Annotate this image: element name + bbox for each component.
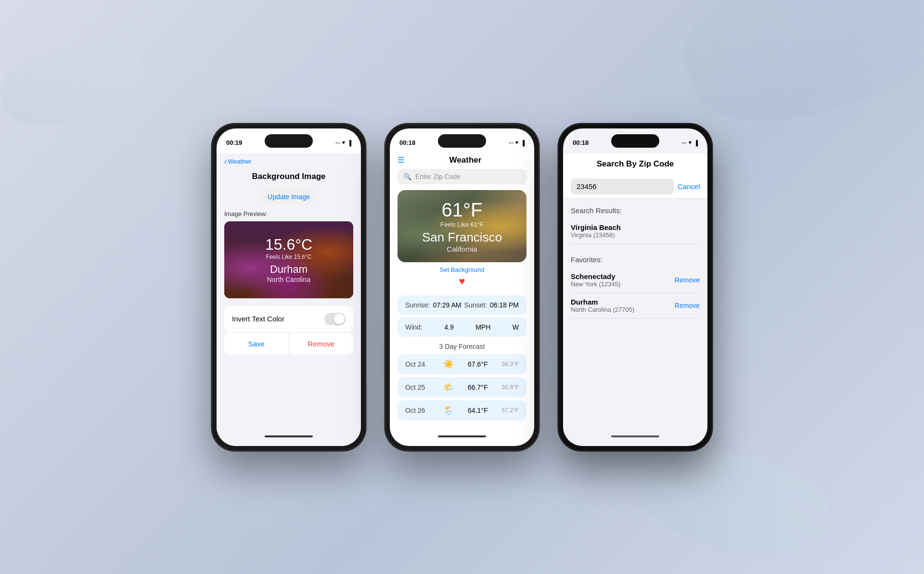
image-preview-label: Image Preview: <box>224 204 353 221</box>
update-image-button[interactable]: Update Image <box>260 189 318 204</box>
search-results-section: Search Results: Virginia Beach Virginia … <box>563 199 707 248</box>
remove-fav-2[interactable]: Remove <box>675 302 700 309</box>
wifi-icon-3: ▾ <box>689 140 692 146</box>
remove-button[interactable]: Remove <box>289 333 354 355</box>
home-indicator-1 <box>265 435 313 437</box>
preview-feels: Feels Like 15.6°C <box>266 254 312 260</box>
phone3-screen: 00:18 ··· ▾ ▐ Search By Zip Code Cancel … <box>563 128 707 446</box>
sunrise-value: 07:29 AM <box>433 301 461 309</box>
favorite-item-2: Durham North Carolina (27705) Remove <box>571 293 700 319</box>
back-label: Weather <box>228 158 251 165</box>
preview-temp: 15.6°C <box>265 236 312 254</box>
heart-icon[interactable]: ♥ <box>390 275 534 292</box>
search-placeholder-2: Enter Zip Code <box>415 173 461 180</box>
hero-state: California <box>447 245 477 253</box>
forecast-row-2: Oct 25 🌤️ 66.7°F 56.8°F <box>398 377 526 397</box>
result-state: Virginia (23456) <box>571 231 700 239</box>
status-icons-1: ··· ▾ ▐ <box>335 140 351 146</box>
hero-temp: 61°F <box>442 199 483 221</box>
page-title-1: Background Image <box>224 172 353 181</box>
home-indicator-2 <box>438 435 486 437</box>
wind-card: Wind: 4.9 MPH W <box>398 318 526 337</box>
sunrise-sunset-card: Sunrise: 07:29 AM Sunset: 06:18 PM <box>398 295 526 315</box>
hero-overlay: 61°F Feels Like 61°F San Francisco Calif… <box>398 190 526 262</box>
forecast-high-1: 67.6°F <box>468 360 488 368</box>
phone-background-image: 00:19 ··· ▾ ▐ ‹ Weather Background <box>212 124 366 451</box>
wind-dir: W <box>513 323 519 331</box>
battery-icon-3: ▐ <box>694 140 698 146</box>
set-background-link[interactable]: Set Background <box>390 262 534 275</box>
result-city: Virginia Beach <box>571 223 700 231</box>
battery-icon-2: ▐ <box>521 140 525 146</box>
phone1-content: ‹ Weather Background Image Update Image … <box>217 153 361 446</box>
preview-overlay: 15.6°C Feels Like 15.6°C Durham North Ca… <box>224 221 353 298</box>
forecast-icon-3: 🌦️ <box>443 405 454 416</box>
wind-unit: MPH <box>475 323 490 331</box>
forecast-row-1: Oct 24 ☀️ 67.6°F 58.3°F <box>398 354 526 374</box>
nav-title-bar-1: Background Image <box>217 170 361 185</box>
search-icon-2: 🔍 <box>403 173 411 180</box>
wind-value: 4.9 <box>444 323 453 331</box>
dynamic-island-3 <box>611 134 659 148</box>
forecast-date-2: Oct 25 <box>405 383 429 391</box>
forecast-icon-1: ☀️ <box>443 359 454 370</box>
forecast-row-3: Oct 26 🌦️ 64.1°F 57.2°F <box>398 400 526 421</box>
search-page-title: Search By Zip Code <box>563 153 707 175</box>
battery-icon-1: ▐ <box>347 140 351 146</box>
favorite-item-1: Schenectady New York (12345) Remove <box>571 268 700 293</box>
forecast-low-2: 56.8°F <box>502 384 519 391</box>
sunset-value: 06:18 PM <box>490 301 519 309</box>
remove-fav-1[interactable]: Remove <box>675 276 700 284</box>
fav-info-1: Schenectady New York (12345) <box>571 272 620 288</box>
back-nav: ‹ Weather <box>217 153 361 170</box>
status-time-3: 00:18 <box>573 139 589 146</box>
hero-city: San Francisco <box>422 230 502 245</box>
dynamic-island-1 <box>265 134 313 148</box>
forecast-low-1: 58.3°F <box>502 361 519 368</box>
forecast-icon-2: 🌤️ <box>443 382 454 393</box>
favorites-label: Favorites: <box>571 255 700 264</box>
dynamic-island-2 <box>438 134 486 148</box>
status-icons-3: ··· ▾ ▐ <box>682 140 698 146</box>
sunset-label: Sunset: <box>464 301 487 309</box>
status-time-2: 00:18 <box>399 139 415 146</box>
fav-info-2: Durham North Carolina (27705) <box>571 298 634 313</box>
zip-input[interactable] <box>571 179 674 194</box>
phone1-screen: 00:19 ··· ▾ ▐ ‹ Weather Background <box>217 128 361 446</box>
menu-icon-2[interactable]: ☰ <box>398 155 404 165</box>
forecast-high-3: 64.1°F <box>468 407 488 414</box>
forecast-date-1: Oct 24 <box>405 360 429 368</box>
back-button[interactable]: ‹ Weather <box>224 157 251 166</box>
status-icons-2: ··· ▾ ▐ <box>509 140 525 146</box>
weather-search-bar[interactable]: 🔍 Enter Zip Code <box>398 169 526 184</box>
forecast-title: 3 Day Forecast <box>398 343 526 350</box>
forecast-section: 3 Day Forecast Oct 24 ☀️ 67.6°F 58.3°F O… <box>398 343 526 421</box>
invert-toggle[interactable] <box>324 313 346 325</box>
save-button[interactable]: Save <box>224 333 289 355</box>
fav-city-2: Durham <box>571 298 634 306</box>
signal-icon-3: ··· <box>682 140 686 146</box>
image-preview-box: 15.6°C Feels Like 15.6°C Durham North Ca… <box>224 221 353 298</box>
signal-icon-2: ··· <box>509 140 513 146</box>
phones-container: 00:19 ··· ▾ ▐ ‹ Weather Background <box>212 124 712 451</box>
preview-city: Durham <box>270 263 308 276</box>
search-result-item[interactable]: Virginia Beach Virginia (23456) <box>571 218 700 244</box>
weather-title: Weather <box>404 155 526 165</box>
phone-search: 00:18 ··· ▾ ▐ Search By Zip Code Cancel … <box>558 124 712 451</box>
weather-nav: ☰ Weather <box>390 153 534 169</box>
phone-weather-main: 00:18 ··· ▾ ▐ ☰ Weather 🔍 Enter Zip Code <box>385 124 539 451</box>
wind-label: Wind: <box>405 323 423 331</box>
preview-state: North Carolina <box>267 276 310 283</box>
wifi-icon-1: ▾ <box>342 140 345 146</box>
hero-feels: Feels Like 61°F <box>440 221 484 228</box>
cancel-button[interactable]: Cancel <box>678 182 700 191</box>
back-chevron-icon: ‹ <box>224 157 227 166</box>
fav-city-1: Schenectady <box>571 272 620 281</box>
weather-info-cards: Sunrise: 07:29 AM Sunset: 06:18 PM Wind:… <box>398 295 526 337</box>
favorites-section: Favorites: Schenectady New York (12345) … <box>563 248 707 322</box>
forecast-date-3: Oct 26 <box>405 407 429 414</box>
fav-state-1: New York (12345) <box>571 281 620 288</box>
zip-search-bar: Cancel <box>563 175 707 199</box>
phone2-screen: 00:18 ··· ▾ ▐ ☰ Weather 🔍 Enter Zip Code <box>390 128 534 446</box>
action-row: Save Remove <box>224 333 353 355</box>
